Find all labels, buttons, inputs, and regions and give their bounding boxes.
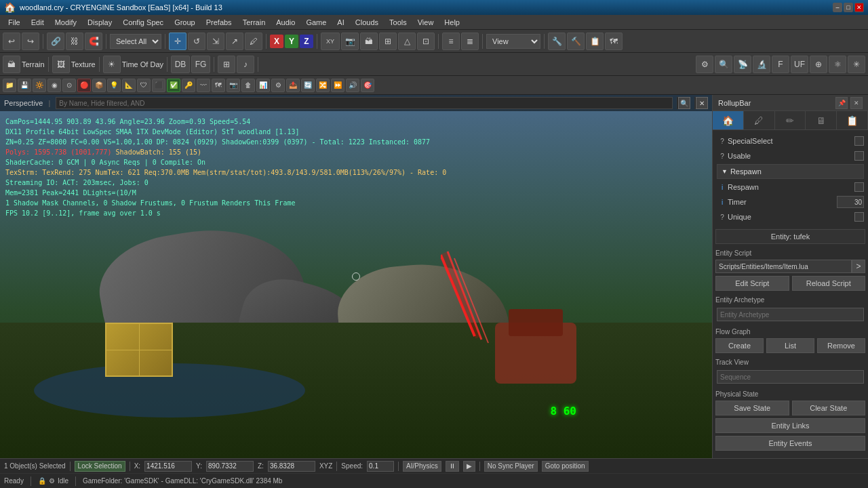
texture-label[interactable]: Texture xyxy=(71,60,96,68)
goto-position-button[interactable]: Goto position xyxy=(542,461,589,472)
menu-file[interactable]: File xyxy=(3,17,26,28)
rollupbar-pin-icon[interactable]: 📌 xyxy=(835,97,848,109)
t3-btn6[interactable]: 🔴 xyxy=(77,79,91,92)
t3-btn21[interactable]: 🔄 xyxy=(301,79,315,92)
align2-button[interactable]: ≣ xyxy=(461,33,479,50)
link2-button[interactable]: ⛓ xyxy=(66,33,83,50)
respawn-section-header[interactable]: ▼ Respawn xyxy=(717,164,864,179)
save-state-button[interactable]: Save State xyxy=(715,401,789,415)
entity-events-button[interactable]: Entity Events xyxy=(715,436,865,451)
usable-checkbox[interactable] xyxy=(854,151,864,161)
t3-btn19[interactable]: ⚙ xyxy=(271,79,285,92)
menu-game[interactable]: Game xyxy=(300,17,332,28)
menu-modify[interactable]: Modify xyxy=(50,17,82,28)
entity-script-input[interactable] xyxy=(715,260,852,273)
minimize-button[interactable]: – xyxy=(833,3,842,12)
t3-btn10[interactable]: 🛡 xyxy=(137,79,151,92)
tod-label[interactable]: Time Of Day xyxy=(122,60,163,68)
lock-selection-button[interactable]: Lock Selection xyxy=(75,461,125,472)
respawn-checkbox[interactable] xyxy=(854,182,864,192)
t3-btn4[interactable]: ◉ xyxy=(47,79,61,92)
menu-group[interactable]: Group xyxy=(169,17,201,28)
no-sync-player-button[interactable]: No Sync Player xyxy=(484,461,538,472)
t3-btn9[interactable]: 📐 xyxy=(122,79,136,92)
rt1[interactable]: ⚙ xyxy=(696,56,713,73)
link-button[interactable]: 🔗 xyxy=(47,33,64,50)
terrain-mode-button[interactable]: 🏔 xyxy=(3,56,20,73)
pick-button[interactable]: 🖊 xyxy=(245,33,262,50)
entity-links-button[interactable]: Entity Links xyxy=(715,418,865,433)
xy-button[interactable]: XY xyxy=(321,33,340,50)
z-coord-input[interactable] xyxy=(268,461,315,472)
menu-clouds[interactable]: Clouds xyxy=(350,17,384,28)
close-filter-icon[interactable]: ✕ xyxy=(696,97,708,109)
list-flow-graph-button[interactable]: List xyxy=(766,338,814,353)
rb-tab-lighting[interactable]: ✏ xyxy=(775,111,806,129)
t3-btn13[interactable]: 🔑 xyxy=(182,79,195,92)
db-button[interactable]: DB xyxy=(171,56,190,73)
rt5[interactable]: F xyxy=(772,56,789,73)
edit-script-button[interactable]: Edit Script xyxy=(715,276,789,291)
t3-btn8[interactable]: 💡 xyxy=(107,79,121,92)
entity-script-browse-button[interactable]: > xyxy=(852,260,865,273)
tool4-button[interactable]: 🗺 xyxy=(605,33,623,50)
menu-audio[interactable]: Audio xyxy=(271,17,300,28)
z-axis-button[interactable]: Z xyxy=(300,35,313,48)
menu-ai[interactable]: AI xyxy=(332,17,349,28)
menu-config-spec[interactable]: Config Spec xyxy=(117,17,169,28)
viewport-filter-input[interactable] xyxy=(56,97,673,109)
rb-tab-objects[interactable]: 🏠 xyxy=(713,111,744,129)
x-coord-input[interactable] xyxy=(144,461,192,472)
menu-display[interactable]: Display xyxy=(82,17,117,28)
select-button[interactable]: ↗ xyxy=(226,33,243,50)
sequence-input[interactable] xyxy=(717,370,864,384)
note-button[interactable]: ♪ xyxy=(237,56,254,73)
menu-prefabs[interactable]: Prefabs xyxy=(201,17,237,28)
t3-btn5[interactable]: ⊙ xyxy=(62,79,76,92)
create-flow-graph-button[interactable]: Create xyxy=(715,338,764,353)
scale-button[interactable]: ⇲ xyxy=(207,33,224,50)
menu-edit[interactable]: Edit xyxy=(26,17,50,28)
select-all-dropdown[interactable]: Select All xyxy=(110,34,161,49)
view-dropdown[interactable]: View xyxy=(486,34,540,49)
t3-btn12[interactable]: ✅ xyxy=(167,79,180,92)
x-axis-button[interactable]: X xyxy=(270,35,283,48)
t3-btn14[interactable]: 〰 xyxy=(197,79,210,92)
rb-tab-terrain[interactable]: 🖊 xyxy=(744,111,775,129)
terrain-label[interactable]: Terrain xyxy=(22,60,45,68)
tod-icon[interactable]: ☀ xyxy=(103,56,121,73)
grid2-button[interactable]: ⊞ xyxy=(218,56,235,73)
play-button[interactable]: ▶ xyxy=(463,461,475,472)
texture-icon[interactable]: 🖼 xyxy=(52,56,70,73)
angle-button[interactable]: △ xyxy=(398,33,416,50)
rt9[interactable]: ✳ xyxy=(848,56,865,73)
t3-btn24[interactable]: 🔊 xyxy=(346,79,359,92)
t3-btn25[interactable]: 🎯 xyxy=(361,79,374,92)
t3-btn20[interactable]: 📤 xyxy=(286,79,300,92)
y-axis-button[interactable]: Y xyxy=(285,35,298,48)
reload-script-button[interactable]: Reload Script xyxy=(792,276,866,291)
camera-button[interactable]: 📷 xyxy=(341,33,359,50)
speed-input[interactable] xyxy=(367,461,394,472)
menu-help[interactable]: Help xyxy=(439,17,465,28)
special-select-checkbox[interactable] xyxy=(854,136,864,146)
menu-terrain[interactable]: Terrain xyxy=(237,17,271,28)
t3-btn17[interactable]: 🗑 xyxy=(241,79,255,92)
t3-btn22[interactable]: 🔀 xyxy=(316,79,330,92)
align-button[interactable]: ≡ xyxy=(442,33,460,50)
magnet-button[interactable]: 🧲 xyxy=(85,33,102,50)
rt6[interactable]: UF xyxy=(791,56,808,73)
terrain-tool-button[interactable]: 🏔 xyxy=(360,33,378,50)
rt4[interactable]: 🔬 xyxy=(753,56,770,73)
clear-state-button[interactable]: Clear State xyxy=(792,401,866,415)
rb-tab-display[interactable]: 🖥 xyxy=(806,111,837,129)
pause-button[interactable]: ⏸ xyxy=(446,461,459,472)
remove-flow-graph-button[interactable]: Remove xyxy=(817,338,865,353)
t3-btn3[interactable]: 🔆 xyxy=(33,79,46,92)
menu-tools[interactable]: Tools xyxy=(384,17,412,28)
search-icon[interactable]: 🔍 xyxy=(678,97,690,109)
t3-btn23[interactable]: ⏩ xyxy=(331,79,344,92)
timer-input[interactable] xyxy=(837,196,864,208)
t3-btn2[interactable]: 💾 xyxy=(18,79,31,92)
viewport[interactable]: 8 60 Perspective | 🔍 ✕ FOV: 60° Ratio: 1… xyxy=(0,95,712,458)
